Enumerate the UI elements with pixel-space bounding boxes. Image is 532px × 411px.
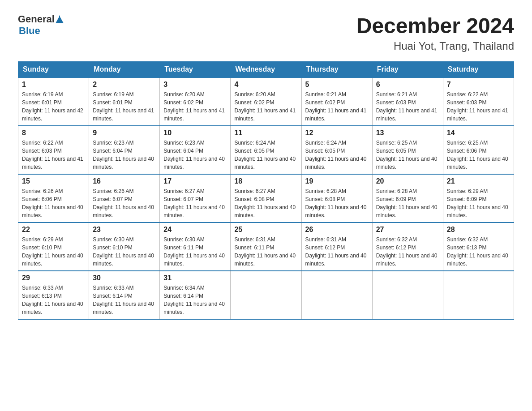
calendar-cell: 7 Sunrise: 6:22 AMSunset: 6:03 PMDayligh…: [443, 77, 514, 126]
header-wednesday: Wednesday: [231, 62, 301, 78]
day-info: Sunrise: 6:26 AMSunset: 6:06 PMDaylight:…: [22, 187, 85, 219]
day-number: 21: [447, 177, 510, 185]
day-info: Sunrise: 6:19 AMSunset: 6:01 PMDaylight:…: [93, 90, 156, 123]
day-number: 18: [234, 177, 297, 185]
day-info: Sunrise: 6:30 AMSunset: 6:10 PMDaylight:…: [93, 235, 156, 268]
calendar-cell: 31 Sunrise: 6:34 AMSunset: 6:14 PMDaylig…: [160, 271, 231, 319]
calendar-cell: [443, 271, 514, 319]
week-row-4: 22 Sunrise: 6:29 AMSunset: 6:10 PMDaylig…: [18, 223, 514, 271]
day-info: Sunrise: 6:31 AMSunset: 6:11 PMDaylight:…: [234, 235, 297, 268]
day-info: Sunrise: 6:20 AMSunset: 6:02 PMDaylight:…: [163, 90, 227, 123]
calendar-cell: 10 Sunrise: 6:23 AMSunset: 6:04 PMDaylig…: [160, 126, 231, 174]
calendar-cell: 26 Sunrise: 6:31 AMSunset: 6:12 PMDaylig…: [301, 223, 372, 271]
calendar-cell: 29 Sunrise: 6:33 AMSunset: 6:13 PMDaylig…: [18, 271, 89, 319]
day-number: 16: [93, 177, 156, 185]
calendar-cell: 2 Sunrise: 6:19 AMSunset: 6:01 PMDayligh…: [89, 77, 160, 126]
day-info: Sunrise: 6:29 AMSunset: 6:10 PMDaylight:…: [22, 235, 85, 268]
calendar-cell: 20 Sunrise: 6:28 AMSunset: 6:09 PMDaylig…: [372, 174, 443, 223]
calendar-cell: 16 Sunrise: 6:26 AMSunset: 6:07 PMDaylig…: [89, 174, 160, 223]
calendar-cell: 1 Sunrise: 6:19 AMSunset: 6:01 PMDayligh…: [18, 77, 89, 126]
calendar-cell: 13 Sunrise: 6:25 AMSunset: 6:05 PMDaylig…: [372, 126, 443, 174]
title-area: December 2024 Huai Yot, Trang, Thailand: [356, 13, 514, 52]
calendar-cell: 14 Sunrise: 6:25 AMSunset: 6:06 PMDaylig…: [443, 126, 514, 174]
day-number: 25: [234, 226, 297, 234]
calendar-cell: 23 Sunrise: 6:30 AMSunset: 6:10 PMDaylig…: [89, 223, 160, 271]
calendar-cell: 24 Sunrise: 6:30 AMSunset: 6:11 PMDaylig…: [160, 223, 231, 271]
day-number: 28: [447, 226, 510, 234]
day-info: Sunrise: 6:21 AMSunset: 6:03 PMDaylight:…: [376, 90, 439, 123]
calendar-cell: 11 Sunrise: 6:24 AMSunset: 6:05 PMDaylig…: [231, 126, 301, 174]
day-number: 9: [93, 129, 156, 137]
day-number: 2: [93, 81, 156, 89]
calendar-cell: [231, 271, 301, 319]
day-info: Sunrise: 6:28 AMSunset: 6:08 PMDaylight:…: [305, 187, 369, 219]
day-number: 12: [305, 129, 369, 137]
calendar-cell: [372, 271, 443, 319]
day-number: 19: [305, 177, 369, 185]
day-number: 17: [163, 177, 227, 185]
calendar-cell: 19 Sunrise: 6:28 AMSunset: 6:08 PMDaylig…: [301, 174, 372, 223]
day-info: Sunrise: 6:33 AMSunset: 6:14 PMDaylight:…: [93, 284, 156, 316]
day-number: 15: [22, 177, 85, 185]
day-number: 6: [376, 81, 439, 89]
day-info: Sunrise: 6:22 AMSunset: 6:03 PMDaylight:…: [22, 139, 85, 171]
day-info: Sunrise: 6:32 AMSunset: 6:13 PMDaylight:…: [447, 235, 510, 268]
day-number: 5: [305, 81, 369, 89]
day-number: 27: [376, 226, 439, 234]
day-info: Sunrise: 6:29 AMSunset: 6:09 PMDaylight:…: [447, 187, 510, 219]
day-number: 8: [22, 129, 85, 137]
header-sunday: Sunday: [18, 62, 89, 78]
calendar-cell: 28 Sunrise: 6:32 AMSunset: 6:13 PMDaylig…: [443, 223, 514, 271]
day-number: 14: [447, 129, 510, 137]
calendar-cell: 12 Sunrise: 6:24 AMSunset: 6:05 PMDaylig…: [301, 126, 372, 174]
logo-blue-text: Blue: [19, 25, 40, 36]
calendar-cell: 30 Sunrise: 6:33 AMSunset: 6:14 PMDaylig…: [89, 271, 160, 319]
day-number: 13: [376, 129, 439, 137]
logo-general-text: General: [18, 13, 55, 25]
day-info: Sunrise: 6:21 AMSunset: 6:02 PMDaylight:…: [305, 90, 369, 123]
calendar-cell: 5 Sunrise: 6:21 AMSunset: 6:02 PMDayligh…: [301, 77, 372, 126]
logo-arrow-icon2: [59, 15, 64, 23]
day-number: 30: [93, 274, 156, 282]
calendar-cell: 25 Sunrise: 6:31 AMSunset: 6:11 PMDaylig…: [231, 223, 301, 271]
day-number: 3: [163, 81, 227, 89]
day-info: Sunrise: 6:22 AMSunset: 6:03 PMDaylight:…: [447, 90, 510, 123]
day-info: Sunrise: 6:31 AMSunset: 6:12 PMDaylight:…: [305, 235, 369, 268]
calendar-cell: 27 Sunrise: 6:32 AMSunset: 6:12 PMDaylig…: [372, 223, 443, 271]
calendar-cell: 9 Sunrise: 6:23 AMSunset: 6:04 PMDayligh…: [89, 126, 160, 174]
day-info: Sunrise: 6:23 AMSunset: 6:04 PMDaylight:…: [93, 139, 156, 171]
day-info: Sunrise: 6:27 AMSunset: 6:07 PMDaylight:…: [163, 187, 227, 219]
calendar-cell: 8 Sunrise: 6:22 AMSunset: 6:03 PMDayligh…: [18, 126, 89, 174]
day-info: Sunrise: 6:24 AMSunset: 6:05 PMDaylight:…: [305, 139, 369, 171]
day-number: 20: [376, 177, 439, 185]
week-row-5: 29 Sunrise: 6:33 AMSunset: 6:13 PMDaylig…: [18, 271, 514, 319]
day-info: Sunrise: 6:32 AMSunset: 6:12 PMDaylight:…: [376, 235, 439, 268]
day-info: Sunrise: 6:23 AMSunset: 6:04 PMDaylight:…: [163, 139, 227, 171]
day-number: 31: [163, 274, 227, 282]
calendar-cell: [301, 271, 372, 319]
day-number: 1: [22, 81, 85, 89]
weekday-header-row: Sunday Monday Tuesday Wednesday Thursday…: [18, 62, 514, 78]
day-number: 7: [447, 81, 510, 89]
day-number: 29: [22, 274, 85, 282]
calendar-cell: 4 Sunrise: 6:20 AMSunset: 6:02 PMDayligh…: [231, 77, 301, 126]
day-number: 11: [234, 129, 297, 137]
week-row-1: 1 Sunrise: 6:19 AMSunset: 6:01 PMDayligh…: [18, 77, 514, 126]
calendar-cell: 15 Sunrise: 6:26 AMSunset: 6:06 PMDaylig…: [18, 174, 89, 223]
day-info: Sunrise: 6:28 AMSunset: 6:09 PMDaylight:…: [376, 187, 439, 219]
calendar-cell: 21 Sunrise: 6:29 AMSunset: 6:09 PMDaylig…: [443, 174, 514, 223]
day-number: 23: [93, 226, 156, 234]
header-friday: Friday: [372, 62, 443, 78]
day-number: 24: [163, 226, 227, 234]
day-info: Sunrise: 6:25 AMSunset: 6:06 PMDaylight:…: [447, 139, 510, 171]
calendar-cell: 6 Sunrise: 6:21 AMSunset: 6:03 PMDayligh…: [372, 77, 443, 126]
calendar-cell: 17 Sunrise: 6:27 AMSunset: 6:07 PMDaylig…: [160, 174, 231, 223]
day-info: Sunrise: 6:34 AMSunset: 6:14 PMDaylight:…: [163, 284, 227, 316]
day-number: 10: [163, 129, 227, 137]
header-monday: Monday: [89, 62, 160, 78]
day-info: Sunrise: 6:20 AMSunset: 6:02 PMDaylight:…: [234, 90, 297, 123]
month-year-title: December 2024: [356, 13, 514, 38]
day-info: Sunrise: 6:27 AMSunset: 6:08 PMDaylight:…: [234, 187, 297, 219]
header-tuesday: Tuesday: [160, 62, 231, 78]
calendar-table: Sunday Monday Tuesday Wednesday Thursday…: [18, 61, 514, 320]
